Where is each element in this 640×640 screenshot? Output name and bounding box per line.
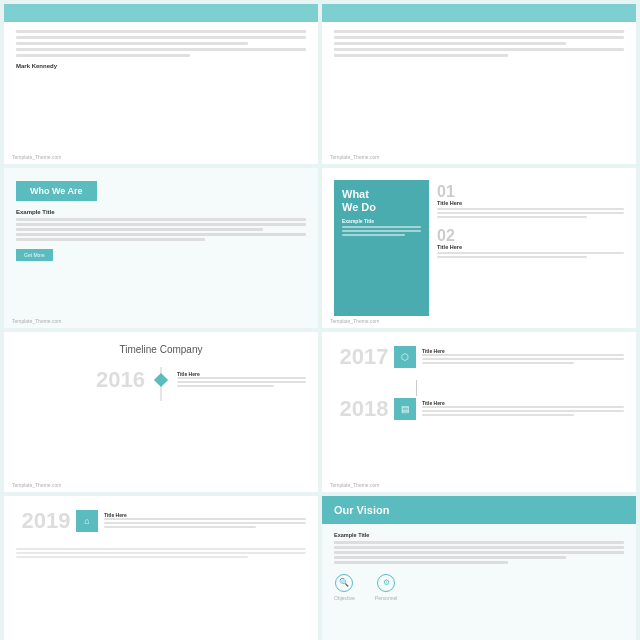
text-line	[16, 228, 263, 231]
year-2016: 2016	[16, 367, 161, 393]
objective-icon: 🔍	[335, 574, 353, 592]
example-title: Example Title	[342, 218, 421, 224]
num-1: 01	[437, 184, 624, 200]
text-line	[334, 561, 508, 564]
example-title: Example Title	[334, 532, 624, 538]
text-line	[16, 36, 306, 39]
text-line	[437, 208, 624, 210]
slide-1: Mark Kennedy Template_Theme.com	[4, 4, 318, 164]
text-line	[422, 410, 624, 412]
text-line	[342, 226, 421, 228]
text-line	[16, 233, 306, 236]
text-line	[334, 48, 624, 51]
text-line	[16, 54, 190, 57]
text-line	[177, 381, 306, 383]
year-2019: 2019	[16, 508, 76, 534]
slide-timeline-company: Timeline Company 2016 Title Here Templat…	[4, 332, 318, 492]
text-line	[437, 216, 587, 218]
text-line	[334, 541, 624, 544]
slide-label: Template_Theme.com	[12, 318, 61, 324]
slide-our-vision: Our Vision Example Title 🔍 Objective ⚙ P…	[322, 496, 636, 640]
content-col: Title Here	[98, 512, 306, 530]
text-line	[16, 223, 306, 226]
vision-title: Our Vision	[334, 504, 624, 516]
timeline-title: Timeline Company	[16, 344, 306, 355]
text-line	[334, 30, 624, 33]
text-line	[104, 518, 306, 520]
text-line	[16, 556, 248, 558]
text-lines-1	[16, 30, 306, 57]
text-line	[437, 252, 624, 254]
slide-label: Template_Theme.com	[12, 482, 61, 488]
text-line	[342, 234, 405, 236]
text-line	[177, 377, 306, 379]
example-title: Example Title	[16, 209, 306, 215]
top-bar-2	[322, 4, 636, 22]
text-line	[422, 358, 624, 360]
icons-row: 🔍 Objective ⚙ Personnel	[334, 574, 624, 601]
slide-2: Template_Theme.com	[322, 4, 636, 164]
vision-header: Our Vision	[322, 496, 636, 524]
timeline-item-2016: 2016 Title Here	[16, 367, 306, 393]
get-more-button[interactable]: Get More	[16, 249, 53, 261]
slide-grid: Mark Kennedy Template_Theme.com Template…	[0, 0, 640, 640]
icon-label-objective: Objective	[334, 595, 355, 601]
right-panel: 01 Title Here 02 Title Here	[437, 180, 624, 316]
text-line	[334, 556, 566, 559]
text-line	[16, 548, 306, 550]
network-icon: ⬡	[394, 346, 416, 368]
text-line	[16, 552, 306, 554]
text-line	[16, 238, 205, 241]
icon-label-personnel: Personnel	[375, 595, 398, 601]
divider	[437, 220, 624, 228]
icon-item-objective: 🔍 Objective	[334, 574, 355, 601]
top-bar-1	[4, 4, 318, 22]
item-title-1: Title Here	[437, 200, 624, 206]
text-line	[437, 212, 624, 214]
text-line	[16, 218, 306, 221]
timeline-row-2018: 2018 ▤ Title Here	[334, 396, 624, 422]
text-line	[342, 230, 421, 232]
text-line	[177, 385, 274, 387]
timeline-row-2017: 2017 ⬡ Title Here	[334, 344, 624, 370]
text-line	[334, 36, 624, 39]
text-lines-2	[334, 30, 624, 57]
text-line	[437, 256, 587, 258]
timeline-row-2019: 2019 ⌂ Title Here	[16, 508, 306, 534]
slide-label: Template_Theme.com	[330, 318, 379, 324]
text-line	[104, 526, 256, 528]
year-col: 2019	[16, 508, 76, 534]
slide-2019: 2019 ⌂ Title Here Template_Theme.com	[4, 496, 318, 640]
who-we-are-badge: Who We Are	[16, 181, 97, 201]
text-line	[16, 48, 306, 51]
text-line	[16, 42, 248, 45]
text-line	[422, 414, 574, 416]
slide-2017-2018: 2017 ⬡ Title Here 2018 ▤ Title Here T	[322, 332, 636, 492]
slide-what-we-do: WhatWe Do Example Title 01 Title Here 02…	[322, 168, 636, 328]
text-line	[104, 522, 306, 524]
text-line	[334, 54, 508, 57]
vision-body: Example Title 🔍 Objective ⚙ Personnel	[322, 524, 636, 609]
footer-lines	[16, 548, 306, 558]
text-line	[334, 42, 566, 45]
left-panel: WhatWe Do Example Title	[334, 180, 429, 316]
year-col: 2018	[334, 396, 394, 422]
text-line	[334, 551, 624, 554]
timeline-content: Title Here	[161, 371, 306, 389]
icon-item-personnel: ⚙ Personnel	[375, 574, 398, 601]
year-col: 2017	[334, 344, 394, 370]
year-2017: 2017	[334, 344, 394, 370]
what-we-do-title: WhatWe Do	[342, 188, 421, 214]
slide-who-we-are: Who We Are Example Title Get More Templa…	[4, 168, 318, 328]
timeline-container: 2016 Title Here	[16, 367, 306, 401]
author-name: Mark Kennedy	[16, 63, 306, 69]
slide-label: Template_Theme.com	[330, 154, 379, 160]
text-line	[422, 406, 624, 408]
personnel-icon: ⚙	[377, 574, 395, 592]
year-2018: 2018	[334, 396, 394, 422]
vert-line	[416, 380, 417, 396]
num-2: 02	[437, 228, 624, 244]
text-line	[334, 546, 624, 549]
text-line	[16, 30, 306, 33]
building-icon: ⌂	[76, 510, 98, 532]
